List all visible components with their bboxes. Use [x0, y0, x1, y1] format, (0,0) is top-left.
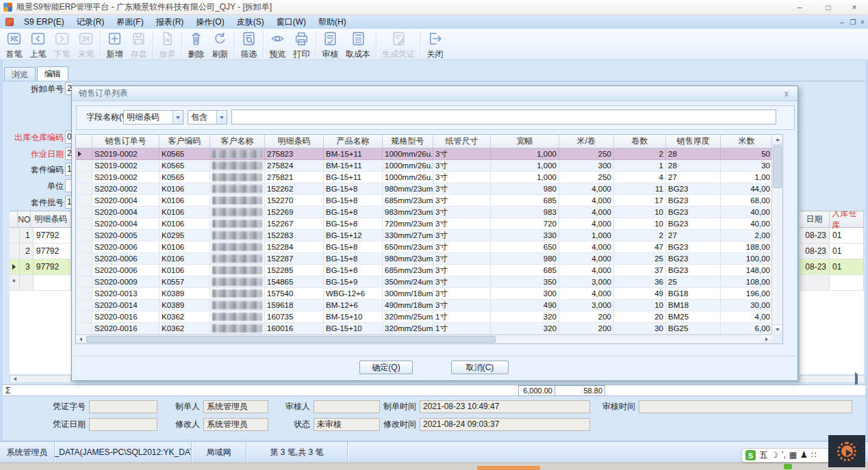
keyboard-icon[interactable]: ▦ — [789, 450, 797, 460]
column-header-4[interactable]: 产品名称 — [324, 135, 383, 148]
sales-order-row[interactable]: S2020-0016K0362160735BM-15+10320mm/25um.… — [76, 311, 782, 323]
punct-icon[interactable]: ’, — [782, 450, 786, 460]
maximize-button[interactable]: □ — [817, 0, 839, 15]
minimize-button[interactable]: – — [789, 0, 810, 15]
column-header-1[interactable]: 客户编码 — [159, 135, 210, 148]
corner-app-logo[interactable]: ·· — [828, 435, 865, 467]
print-button[interactable]: 打印 — [290, 29, 314, 60]
menu-item-3[interactable]: 操作(O) — [190, 15, 230, 29]
column-header-2[interactable]: 客户名称 — [210, 135, 265, 148]
table-hscrollbar[interactable] — [76, 335, 771, 343]
menu-item-1[interactable]: 界面(F) — [110, 15, 149, 29]
row-selector[interactable] — [10, 259, 20, 275]
filter-button[interactable]: 筛选 — [237, 29, 261, 60]
sales-order-row[interactable]: S2019-0002K0565275821BG-15+111000mm/26u.… — [76, 172, 782, 183]
sales-order-row[interactable]: S2020-0016K0362160016BG-15+10320mm/25um.… — [76, 323, 782, 335]
row-selector[interactable] — [76, 148, 92, 160]
scroll-left-icon[interactable] — [76, 335, 86, 343]
column-header-7[interactable]: 宽幅 — [491, 135, 559, 148]
last-button[interactable]: 末笔 — [74, 29, 98, 60]
row-selector[interactable] — [76, 160, 92, 172]
detail-row-right-1[interactable]: 08-2301 — [800, 244, 864, 259]
row-selector[interactable] — [10, 244, 20, 259]
row-selector[interactable] — [76, 218, 92, 230]
row-selector[interactable] — [76, 241, 92, 253]
sales-order-row[interactable]: S2020-0013K0389157540WBG-12+6300mm/18um.… — [76, 288, 782, 300]
column-header-8[interactable]: 米/卷 — [559, 135, 614, 148]
menu-item-5[interactable]: 窗口(W) — [270, 15, 312, 29]
table-vscrollbar[interactable] — [771, 135, 782, 335]
detail-row-right-0[interactable]: 08-2301 — [800, 228, 864, 244]
form-input-3[interactable]: 1 — [65, 163, 71, 176]
add-button[interactable]: 新增 — [103, 29, 127, 60]
row-selector[interactable] — [10, 228, 20, 244]
form-input-2[interactable]: 2 — [65, 147, 71, 160]
save-button[interactable]: 存盘 — [127, 29, 151, 60]
column-header-9[interactable]: 卷数 — [614, 135, 666, 148]
menu-item-0[interactable]: 记录(R) — [71, 15, 111, 29]
sales-order-row[interactable]: S2020-0006K0106152287BG-15+8980mm/23um..… — [76, 253, 782, 265]
field-select[interactable]: 明细条码 — [123, 110, 183, 125]
person-icon[interactable]: ♟ — [800, 450, 808, 460]
chevron-down-icon[interactable] — [216, 111, 227, 124]
sales-order-row[interactable]: S2019-0002K0565275823BM-15+111000mm/26u.… — [76, 148, 782, 160]
vscroll-thumb[interactable] — [773, 146, 782, 188]
detail-row-right-3[interactable] — [800, 275, 864, 291]
menu-item-2[interactable]: 报表(R) — [150, 15, 190, 29]
scroll-right-icon[interactable] — [855, 374, 858, 384]
sales-order-row[interactable]: S2020-0005K0295152283BG-15+12330mm/27um.… — [76, 230, 782, 241]
dialog-close-icon[interactable]: x — [781, 88, 792, 99]
tab-browse[interactable]: 浏览 — [4, 67, 36, 81]
chevron-down-icon[interactable] — [173, 111, 183, 124]
main-hscrollbar-left[interactable] — [10, 375, 71, 383]
column-header-11[interactable]: 米数 — [721, 135, 773, 148]
discard-button[interactable]: 放弃 — [155, 29, 179, 60]
moon-icon[interactable]: ☽ — [771, 450, 778, 460]
scroll-down-icon[interactable] — [772, 324, 782, 335]
refresh-button[interactable]: 刷新 — [208, 29, 232, 60]
voucher-button[interactable]: 生成凭证 — [379, 29, 418, 60]
column-header-10[interactable]: 销售厚度 — [666, 135, 721, 148]
form-input-4[interactable] — [65, 179, 71, 192]
close-button[interactable]: × — [843, 0, 865, 15]
hscroll-thumb[interactable] — [86, 336, 496, 343]
wubi-icon[interactable]: 五 — [759, 450, 767, 460]
row-selector[interactable] — [76, 265, 92, 276]
menu-item-6[interactable]: 帮助(H) — [312, 15, 353, 29]
preview-button[interactable]: 预览 — [266, 29, 290, 60]
filter-input[interactable] — [231, 109, 776, 125]
detail-row-right-2[interactable]: 08-2301 — [800, 259, 864, 275]
mdi-close-button[interactable]: × — [857, 15, 868, 29]
sales-order-row[interactable]: S2020-0006K0106152284BG-15+8650mm/23um..… — [76, 241, 782, 253]
scroll-right-icon[interactable] — [762, 335, 771, 343]
detail-row-1[interactable]: 297792 — [10, 244, 71, 259]
main-hscrollbar-right[interactable] — [800, 375, 865, 383]
scroll-left-icon[interactable] — [10, 377, 20, 381]
next-button[interactable]: 下笔 — [50, 29, 74, 60]
sales-order-row[interactable]: S2020-0004K0106152269BG-15+8983mm/23um..… — [76, 207, 782, 218]
sogou-logo-icon[interactable]: S — [745, 450, 756, 460]
menu-grid-icon[interactable]: ∷ — [811, 450, 817, 460]
detail-row-0[interactable]: 197792 — [10, 228, 71, 244]
operator-select[interactable]: 包含 — [188, 110, 227, 125]
detail-row-3[interactable]: * — [10, 275, 71, 291]
sales-order-row[interactable]: S2020-0002K0106152262BG-15+8980mm/23um..… — [76, 183, 782, 195]
form-input-1[interactable]: 0 — [65, 131, 71, 144]
mdi-minimize-button[interactable]: – — [837, 15, 847, 29]
audit-button[interactable]: 审核 — [318, 29, 342, 60]
row-selector[interactable] — [76, 323, 92, 335]
sales-order-row[interactable]: S2020-0004K0106152267BG-15+8720mm/23um..… — [76, 218, 782, 230]
taskbar-active-app[interactable] — [477, 466, 540, 470]
sales-order-row[interactable]: S2020-0009K0557154865BG-15+9350mm/24um..… — [76, 276, 782, 288]
column-header-3[interactable]: 明细条码 — [265, 135, 324, 148]
column-header-0[interactable]: 销售订单号 — [92, 135, 159, 148]
sales-order-row[interactable]: S2020-0014K0389159618BM-12+6490mm/18um..… — [76, 300, 782, 311]
cost-button[interactable]: 取成本 — [342, 29, 374, 60]
row-selector[interactable] — [76, 195, 92, 207]
sales-order-row[interactable]: S2020-0006K0106152285BG-15+8685mm/23um..… — [76, 265, 782, 276]
row-selector[interactable] — [76, 183, 92, 195]
ok-button[interactable]: 确定(Q) — [359, 361, 413, 374]
menu-item-4[interactable]: 皮肤(S) — [231, 15, 270, 29]
column-header-5[interactable]: 规格型号 — [383, 135, 433, 148]
sales-order-row[interactable]: S2019-0002K0565275824BM-15+111000mm/26u.… — [76, 160, 782, 172]
